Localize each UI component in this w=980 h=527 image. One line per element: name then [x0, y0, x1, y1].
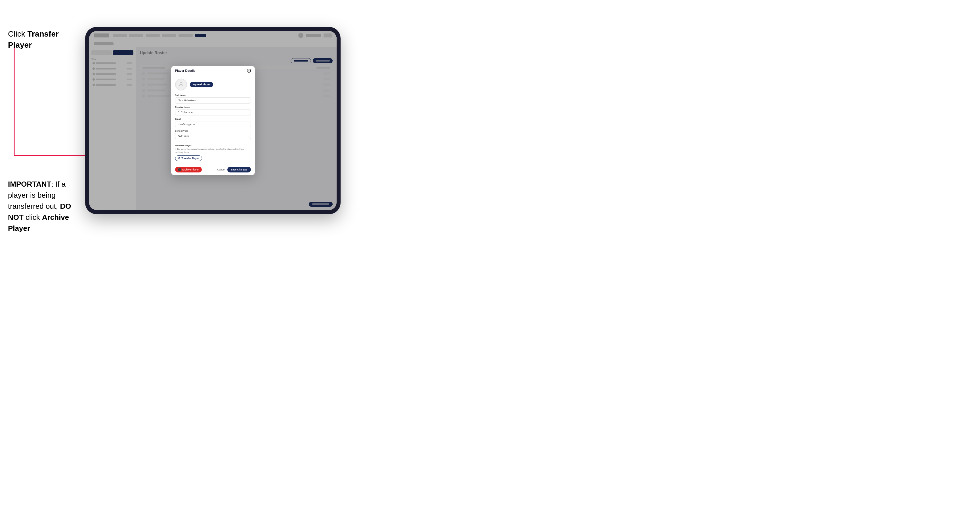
transfer-section: Transfer Player If this player has moved… [175, 142, 251, 161]
archive-icon: ⬛ [178, 168, 181, 171]
transfer-icon: ⟳ [178, 157, 180, 160]
full-name-input[interactable] [175, 97, 251, 103]
tablet-screen: Team [89, 31, 337, 210]
school-year-select[interactable]: First Year Second Year Third Year Fourth… [175, 133, 251, 139]
full-name-label: Full Name [175, 94, 251, 97]
cancel-button[interactable]: Cancel [217, 168, 225, 171]
email-group: Email [175, 118, 251, 127]
transfer-player-btn-label: Transfer Player [181, 157, 199, 160]
transfer-section-title: Transfer Player [175, 144, 251, 147]
archive-player-btn-label: Archive Player [182, 168, 199, 171]
school-year-select-wrapper: First Year Second Year Third Year Fourth… [175, 133, 251, 139]
tablet-device: Team [85, 27, 340, 214]
important-instruction: IMPORTANT: If a player is being transfer… [8, 179, 84, 234]
player-details-modal: Player Details × Upload Photo [171, 66, 255, 175]
user-icon [178, 81, 184, 88]
display-name-input[interactable] [175, 109, 251, 116]
click-instruction: Click Transfer Player [8, 29, 84, 51]
modal-title: Player Details [175, 69, 196, 72]
transfer-player-button[interactable]: ⟳ Transfer Player [175, 156, 202, 161]
instruction-area: Click Transfer Player [8, 29, 84, 51]
avatar [175, 79, 187, 90]
svg-point-3 [180, 83, 182, 84]
save-changes-button[interactable]: Save Changes [228, 167, 251, 173]
transfer-section-desc: If this player has moved to another scho… [175, 148, 251, 154]
display-name-group: Display Name [175, 106, 251, 116]
modal-close-button[interactable]: × [247, 69, 251, 73]
avatar-upload-row: Upload Photo [175, 79, 251, 90]
email-input[interactable] [175, 121, 251, 127]
archive-player-button[interactable]: ⬛ Archive Player [175, 167, 202, 173]
email-label: Email [175, 118, 251, 120]
modal-footer: ⬛ Archive Player Cancel Save Changes [171, 165, 255, 175]
display-name-label: Display Name [175, 106, 251, 108]
school-year-label: School Year [175, 130, 251, 132]
school-year-group: School Year First Year Second Year Third… [175, 130, 251, 139]
full-name-group: Full Name [175, 94, 251, 103]
modal-body: Upload Photo Full Name Display Name [171, 75, 255, 165]
modal-overlay: Player Details × Upload Photo [89, 31, 337, 210]
modal-header: Player Details × [171, 66, 255, 75]
important-label: IMPORTANT [8, 180, 51, 188]
upload-photo-button[interactable]: Upload Photo [190, 82, 213, 87]
